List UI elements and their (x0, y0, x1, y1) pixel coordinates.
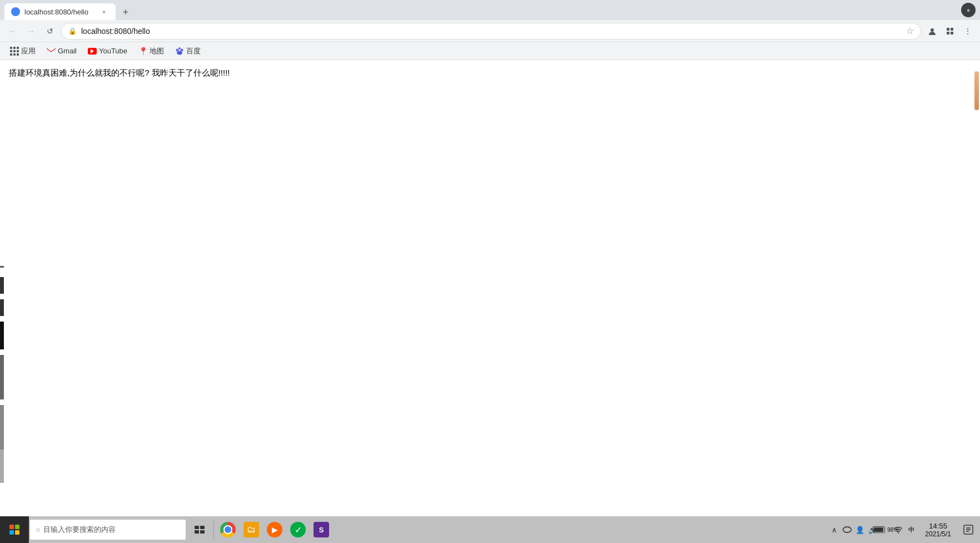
svg-point-16 (898, 532, 899, 534)
svg-rect-12 (195, 526, 199, 529)
svg-point-11 (177, 51, 182, 55)
bookmarks-bar: 应用 Gmail YouTube 📍 地图 (0, 42, 980, 60)
svg-rect-15 (200, 530, 205, 534)
taskbar-search-placeholder: 目输入你要搜索的内容 (43, 525, 116, 535)
bookmark-maps-label: 地图 (150, 46, 164, 56)
battery-fill (874, 527, 883, 532)
youtube-icon (88, 47, 97, 56)
lock-icon: 🔒 (68, 27, 77, 35)
taskbar: ○ 目输入你要搜索的内容 🗂 ▶ ✓ S ∧ (0, 516, 980, 543)
mediaplayer-icon: ▶ (267, 522, 282, 537)
page-content-text: 搭建环境真困难,为什么就我的不行呢? 我昨天干了什么呢!!!!! (0, 60, 980, 86)
tab-close-button[interactable]: × (99, 7, 109, 17)
left-edge-bar4 (0, 355, 4, 399)
start-button[interactable] (0, 516, 29, 543)
tray-chevron[interactable]: ∧ (828, 524, 840, 536)
tray-icons: ∧ 👤 🔊 98% (826, 524, 919, 536)
scrollbar-thumb[interactable] (974, 71, 979, 110)
battery-box (873, 526, 885, 533)
reload-button[interactable]: ↺ (42, 23, 58, 39)
left-edge-bar6 (0, 450, 4, 483)
svg-rect-4 (951, 28, 953, 31)
left-edge-bar2 (0, 299, 4, 316)
fileexplorer-icon: 🗂 (243, 522, 259, 537)
svg-rect-5 (947, 32, 949, 34)
maps-icon: 📍 (138, 47, 147, 56)
tray-network-icon[interactable] (841, 524, 853, 536)
windows-logo-icon (9, 525, 19, 535)
extensions-button[interactable] (942, 23, 958, 39)
tray-wifi-icon[interactable] (892, 524, 904, 536)
bookmark-youtube[interactable]: YouTube (83, 45, 132, 58)
svg-point-10 (178, 47, 181, 50)
bookmark-gmail[interactable]: Gmail (42, 45, 81, 58)
tab-favicon (11, 7, 20, 16)
left-edge-bar (0, 277, 4, 294)
taskbar-search[interactable]: ○ 目输入你要搜索的内容 (30, 520, 186, 540)
left-edge-element (0, 266, 4, 268)
bookmark-apps-label: 应用 (21, 46, 36, 56)
notification-button[interactable] (957, 516, 980, 543)
dev-app-icon: S (314, 522, 329, 537)
svg-point-1 (14, 11, 17, 13)
taskbar-divider (213, 521, 214, 539)
taskbar-mediaplayer-button[interactable]: ▶ (263, 516, 286, 543)
toolbar-right: ⋮ (924, 23, 976, 39)
tab-title: localhost:8080/hello (24, 8, 94, 16)
bookmark-maps[interactable]: 📍 地图 (134, 44, 168, 58)
green-app-icon: ✓ (290, 522, 306, 537)
system-clock[interactable]: 14:55 2021/5/1 (921, 516, 956, 543)
bookmark-youtube-label: YouTube (99, 47, 127, 55)
taskbar-chrome-button[interactable] (216, 516, 240, 543)
svg-rect-6 (951, 32, 953, 34)
scrollbar-track[interactable] (973, 60, 980, 516)
chrome-taskbar-icon (220, 522, 236, 537)
svg-rect-3 (947, 28, 949, 31)
forward-button[interactable]: → (23, 23, 39, 39)
menu-button[interactable]: ⋮ (960, 23, 976, 39)
clock-time: 14:55 (929, 522, 947, 530)
svg-rect-14 (195, 530, 199, 534)
svg-rect-13 (200, 526, 205, 529)
bookmark-apps[interactable]: 应用 (6, 44, 40, 58)
back-button[interactable]: ← (4, 23, 20, 39)
tray-battery-icon[interactable]: 98% (879, 524, 892, 536)
task-view-button[interactable] (188, 516, 211, 543)
baidu-icon (175, 47, 184, 56)
tab-area: localhost:8080/hello × + (4, 0, 958, 20)
bookmark-baidu-label: 百度 (186, 46, 201, 56)
profile-button[interactable]: ● (961, 3, 976, 17)
apps-icon (10, 47, 19, 56)
search-icon: ○ (36, 525, 40, 534)
clock-date: 2021/5/1 (925, 530, 951, 538)
bookmark-gmail-label: Gmail (58, 47, 77, 55)
tray-keyboard-icon[interactable]: 中 (905, 524, 917, 536)
new-tab-button[interactable]: + (118, 4, 133, 20)
address-text: localhost:8080/hello (81, 27, 902, 36)
tray-person-icon[interactable]: 👤 (854, 524, 866, 536)
taskbar-fileexplorer-button[interactable]: 🗂 (240, 516, 263, 543)
taskbar-green-app-button[interactable]: ✓ (286, 516, 310, 543)
titlebar-controls: ● (961, 3, 976, 17)
active-tab[interactable]: localhost:8080/hello × (4, 3, 116, 20)
toolbar: ← → ↺ 🔒 localhost:8080/hello ☆ ⋮ (0, 20, 980, 42)
titlebar: localhost:8080/hello × + ● (0, 0, 980, 20)
left-edge-bar3 (0, 322, 4, 349)
bookmark-baidu[interactable]: 百度 (171, 44, 205, 58)
taskbar-dev-app-button[interactable]: S (310, 516, 333, 543)
taskbar-right: ∧ 👤 🔊 98% (826, 516, 980, 543)
svg-point-8 (176, 48, 179, 51)
left-edge-bar5 (0, 405, 4, 450)
svg-point-9 (181, 48, 183, 51)
address-bar[interactable]: 🔒 localhost:8080/hello ☆ (61, 23, 921, 40)
svg-point-2 (931, 28, 934, 32)
gmail-icon (47, 47, 56, 56)
content-area: 搭建环境真困难,为什么就我的不行呢? 我昨天干了什么呢!!!!! (0, 60, 980, 516)
account-button[interactable] (924, 23, 940, 39)
bookmark-star-icon[interactable]: ☆ (906, 26, 914, 36)
